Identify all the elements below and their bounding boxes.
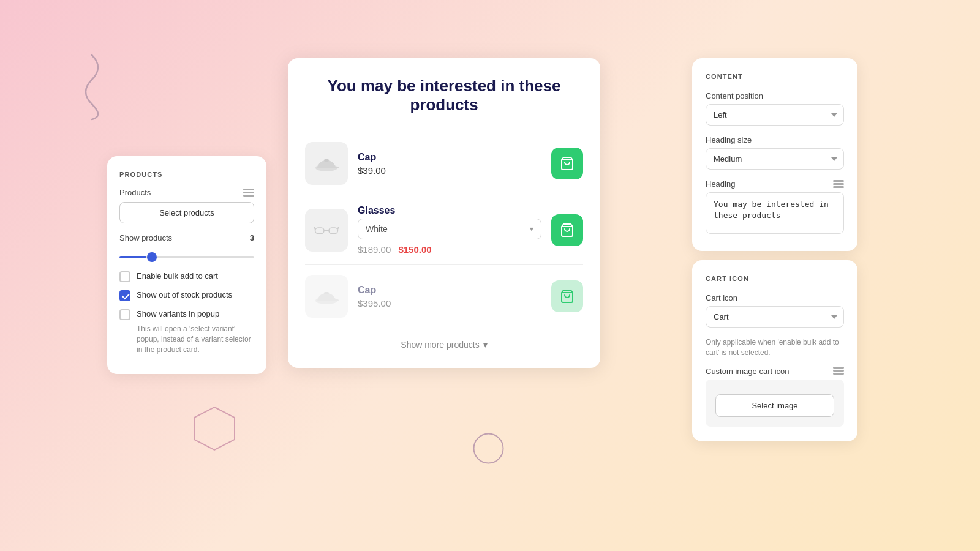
- stack-icon: [243, 189, 254, 197]
- cart-icon-select[interactable]: Cart Bag None: [706, 306, 844, 328]
- product-info-1: Cap $39.00: [358, 152, 541, 176]
- product-item-2: Glasses White ▾ $189.00 $150.00: [305, 195, 583, 264]
- stack-icon-custom-image: [833, 367, 844, 375]
- heading-size-select[interactable]: Small Medium Large: [706, 148, 844, 170]
- svg-rect-12: [334, 299, 339, 301]
- product-item-1: Cap $39.00: [305, 132, 583, 195]
- show-more-products[interactable]: Show more products ▾: [305, 340, 583, 350]
- variant-value-2: White: [366, 224, 388, 234]
- chevron-down-icon: ▾: [483, 340, 488, 350]
- variants-popup-checkbox[interactable]: [119, 309, 130, 320]
- show-products-count: 3: [250, 233, 254, 242]
- select-image-button[interactable]: Select image: [715, 394, 834, 417]
- products-panel: PRODUCTS Products Select products Show p…: [107, 156, 266, 374]
- add-to-cart-btn-2[interactable]: [551, 214, 583, 246]
- show-products-slider[interactable]: [119, 256, 254, 258]
- content-panel-title: CONTENT: [706, 73, 844, 80]
- add-to-cart-btn-3: [551, 280, 583, 312]
- svg-point-1: [474, 434, 503, 463]
- svg-rect-6: [329, 228, 337, 234]
- original-price-2: $189.00: [358, 244, 391, 255]
- out-of-stock-label: Show out of stock products: [137, 290, 232, 301]
- cart-panel-title: CART ICON: [706, 275, 844, 282]
- variants-popup-description: This will open a 'select variant' popup,…: [137, 324, 254, 354]
- svg-rect-4: [334, 167, 339, 168]
- product-name-3: Cap: [358, 285, 541, 296]
- cart-icon-label: Cart icon: [706, 293, 844, 302]
- product-price-3: $395.00: [358, 298, 541, 309]
- svg-line-8: [314, 227, 315, 229]
- product-price-2: $189.00 $150.00: [358, 244, 541, 255]
- product-info-2: Glasses White ▾ $189.00 $150.00: [358, 205, 541, 255]
- select-products-button[interactable]: Select products: [119, 202, 254, 223]
- product-thumb-1: [305, 142, 348, 185]
- bulk-add-checkbox[interactable]: [119, 271, 130, 282]
- custom-image-label: Custom image cart icon: [706, 367, 844, 376]
- content-position-label: Content position: [706, 91, 844, 100]
- product-name-1: Cap: [358, 152, 541, 163]
- heading-textarea[interactable]: You may be interested in these products: [706, 192, 844, 234]
- svg-rect-3: [324, 159, 329, 162]
- cart-icon-panel: CART ICON Cart icon Cart Bag None Only a…: [692, 260, 858, 441]
- content-panel: CONTENT Content position Left Center Rig…: [692, 58, 858, 251]
- cart-icon-note: Only applicable when 'enable bulk add to…: [706, 337, 844, 358]
- variants-popup-label: Show variants in popup: [137, 309, 219, 320]
- stack-icon-heading: [833, 180, 844, 189]
- chevron-down-icon: ▾: [530, 225, 533, 233]
- out-of-stock-checkbox-row: Show out of stock products: [119, 290, 254, 301]
- preview-panel: You may be interested in these products …: [288, 58, 600, 368]
- product-item-3: Cap $395.00: [305, 264, 583, 328]
- products-section-title: PRODUCTS: [119, 171, 254, 178]
- heading-label: Heading: [706, 179, 844, 189]
- svg-line-9: [337, 227, 339, 229]
- product-name-2: Glasses: [358, 205, 541, 216]
- variant-select-2[interactable]: White ▾: [358, 219, 541, 239]
- bulk-add-checkbox-row: Enable bulk add to cart: [119, 271, 254, 282]
- product-thumb-3: [305, 275, 348, 318]
- svg-rect-5: [315, 228, 324, 234]
- product-info-3: Cap $395.00: [358, 285, 541, 309]
- variants-popup-checkbox-row: Show variants in popup: [119, 309, 254, 320]
- heading-size-label: Heading size: [706, 135, 844, 144]
- content-position-select[interactable]: Left Center Right: [706, 104, 844, 126]
- sale-price-2: $150.00: [398, 244, 431, 255]
- products-field-label: Products: [119, 188, 254, 197]
- show-products-label: Show products: [119, 233, 172, 242]
- preview-title: You may be interested in these products: [305, 77, 583, 114]
- svg-marker-0: [194, 407, 235, 450]
- svg-rect-11: [324, 292, 329, 294]
- product-thumb-2: [305, 209, 348, 252]
- bulk-add-label: Enable bulk add to cart: [137, 271, 218, 282]
- product-price-1: $39.00: [358, 165, 541, 176]
- custom-image-area: Select image: [706, 380, 844, 427]
- add-to-cart-btn-1[interactable]: [551, 148, 583, 179]
- out-of-stock-checkbox[interactable]: [119, 290, 130, 301]
